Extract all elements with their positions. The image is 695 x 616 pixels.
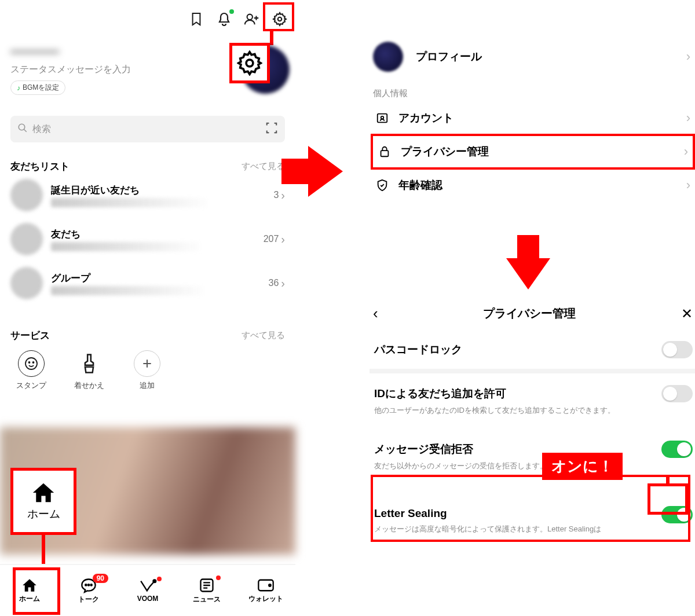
chevron-right-icon: › — [281, 277, 285, 290]
settings-profile-row[interactable]: プロフィール › — [371, 34, 695, 80]
qr-scan-icon[interactable] — [265, 122, 278, 137]
row-title: メッセージ受信拒否 — [374, 442, 692, 457]
list-item[interactable]: グループ 36 › — [0, 261, 295, 305]
services-heading: サービス — [10, 329, 50, 342]
settings-screen: プロフィール › 個人情報 アカウント › プライバシー管理 › 年齢確認 › — [371, 0, 695, 616]
row-label: アカウント — [398, 111, 686, 126]
annotation-arrow-right — [308, 146, 343, 197]
screen-title: プライバシー管理 — [483, 306, 576, 321]
tab-talk[interactable]: 90 トーク — [64, 577, 113, 604]
talk-badge: 90 — [93, 574, 108, 583]
row-title: Letter Sealing — [374, 507, 692, 520]
back-button[interactable]: ‹ — [373, 305, 378, 322]
id-allow-row[interactable]: IDによる友だち追加を許可 他のユーザーがあなたのIDを検索して友だち追加するこ… — [371, 377, 695, 424]
svg-point-8 — [88, 584, 89, 585]
search-input[interactable]: 検索 — [10, 116, 285, 142]
notification-dot-icon — [157, 577, 162, 581]
tab-label: ウォレット — [248, 594, 283, 604]
annotation-settings-highlight — [263, 2, 294, 31]
annotation-home-zoom: ホーム — [10, 468, 76, 535]
service-add[interactable]: 追加 — [130, 350, 164, 391]
settings-account-row[interactable]: アカウント › — [371, 102, 695, 134]
tab-news[interactable]: ニュース — [182, 577, 231, 604]
tab-voom[interactable]: VOOM — [123, 578, 172, 603]
chevron-right-icon: › — [281, 233, 285, 246]
svg-point-3 — [19, 124, 25, 130]
letter-sealing-row[interactable]: Letter Sealing メッセージは高度な暗号化によって保護されます。Le… — [371, 498, 695, 543]
svg-point-13 — [269, 584, 270, 586]
tab-label: ニュース — [193, 595, 221, 604]
passcode-lock-row[interactable]: パスコードロック — [371, 333, 695, 365]
close-icon[interactable]: ✕ — [681, 306, 693, 322]
list-item[interactable]: 友だち 207 › — [0, 217, 295, 261]
chevron-right-icon: › — [686, 111, 690, 126]
message-reject-row[interactable]: メッセージ受信拒否 友だち以外からのメッセージの受信を拒否します。 — [371, 432, 695, 480]
svg-point-9 — [91, 584, 92, 585]
toggle-switch[interactable] — [661, 441, 693, 458]
notification-dot-icon — [216, 575, 221, 580]
row-title: IDによる友だち追加を許可 — [374, 386, 692, 401]
svg-rect-16 — [381, 151, 389, 156]
toggle-switch[interactable] — [661, 385, 693, 402]
music-note-icon: ♪ — [17, 84, 20, 92]
annotation-arrow-down — [506, 258, 550, 289]
home-callout-label: ホーム — [27, 507, 60, 522]
bgm-label: BGMを設定 — [23, 83, 59, 93]
row-label: プロフィール — [416, 49, 686, 64]
item-count: 36 — [269, 278, 279, 288]
row-label: プライバシー管理 — [401, 144, 684, 159]
settings-age-row[interactable]: 年齢確認 › — [371, 170, 695, 201]
row-description: メッセージは高度な暗号化によって保護されます。Letter Sealingは — [374, 523, 617, 535]
svg-point-2 — [246, 60, 253, 67]
home-screen: ——— ステータスメッセージを入力 ♪ BGMを設定 検索 友だちリスト すべて… — [0, 0, 295, 616]
services-section: サービス すべて見る スタンプ 着せかえ 追加 — [0, 329, 295, 391]
service-stamps[interactable]: スタンプ — [14, 350, 49, 391]
smiley-icon — [18, 350, 45, 377]
svg-point-5 — [29, 362, 30, 363]
svg-point-0 — [247, 14, 253, 20]
annotation-connector — [666, 477, 670, 485]
tab-label: VOOM — [137, 595, 159, 603]
svg-point-6 — [33, 362, 34, 363]
privacy-management-screen: ‹ プライバシー管理 ✕ パスコードロック IDによる友だち追加を許可 他のユー… — [371, 301, 695, 543]
svg-point-7 — [85, 584, 86, 585]
item-subtitle-blurred — [51, 242, 221, 251]
tab-label: トーク — [78, 595, 99, 604]
friends-see-all[interactable]: すべて見る — [242, 161, 285, 172]
notification-dot-icon — [229, 9, 234, 14]
add-friend-icon[interactable] — [243, 10, 261, 28]
row-title: パスコードロック — [374, 342, 692, 357]
section-label-personal: 個人情報 — [371, 80, 695, 102]
service-themes[interactable]: 着せかえ — [72, 350, 107, 391]
avatar — [10, 223, 43, 255]
toggle-switch[interactable] — [661, 506, 693, 523]
row-description: 他のユーザーがあなたのIDを検索して友だち追加することができます。 — [374, 405, 617, 416]
item-subtitle-blurred — [51, 286, 225, 295]
tab-wallet[interactable]: ウォレット — [242, 578, 290, 604]
bookmark-icon[interactable] — [188, 10, 205, 28]
list-item[interactable]: 誕生日が近い友だち 3 › — [0, 173, 295, 217]
svg-point-4 — [25, 358, 37, 369]
lock-icon — [375, 145, 394, 158]
item-title: 誕生日が近い友だち — [51, 184, 273, 197]
annotation-gear-zoom — [229, 43, 270, 83]
service-label: 追加 — [140, 380, 155, 391]
chevron-right-icon: › — [684, 144, 688, 159]
services-see-all[interactable]: すべて見る — [242, 330, 285, 341]
avatar — [10, 179, 43, 211]
svg-point-15 — [381, 116, 384, 119]
bottom-tab-bar: ホーム 90 トーク VOOM ニュース ウォレット — [0, 564, 295, 616]
account-icon — [373, 112, 392, 124]
item-title: グループ — [51, 272, 269, 285]
settings-privacy-row[interactable]: プライバシー管理 › — [371, 134, 695, 170]
service-label: 着せかえ — [74, 380, 104, 391]
service-label: スタンプ — [16, 380, 46, 391]
row-label: 年齢確認 — [398, 178, 686, 193]
brush-icon — [76, 350, 103, 377]
shield-icon — [373, 179, 392, 192]
toggle-switch[interactable] — [661, 341, 693, 358]
bell-icon[interactable] — [215, 10, 233, 28]
tab-home[interactable]: ホーム — [5, 578, 54, 604]
plus-icon — [134, 350, 160, 377]
bgm-setting-chip[interactable]: ♪ BGMを設定 — [10, 80, 65, 95]
